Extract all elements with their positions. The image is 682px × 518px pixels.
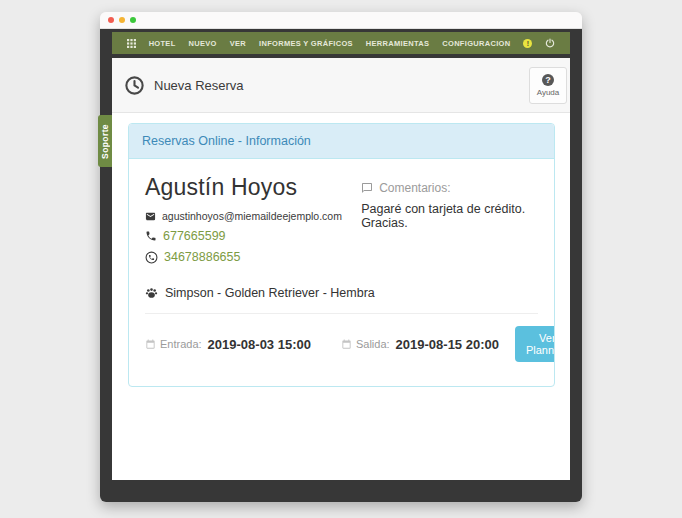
window-titlebar bbox=[100, 12, 582, 29]
checkout-value: 2019-08-15 20:00 bbox=[396, 337, 499, 352]
nav-item-hotel[interactable]: HOTEL bbox=[149, 39, 176, 48]
apps-grid-icon[interactable] bbox=[127, 39, 136, 48]
comments-label-row: Comentarios: bbox=[361, 181, 538, 195]
nav-item-configuracion[interactable]: CONFIGURACION bbox=[442, 39, 510, 48]
stay-dates-row: Entrada: 2019-08-03 15:00 Salida: 2019-0… bbox=[145, 326, 538, 362]
guest-whatsapp-row[interactable]: 34678886655 bbox=[145, 250, 361, 264]
guest-whatsapp[interactable]: 34678886655 bbox=[164, 250, 240, 264]
comments-text: Pagaré con tarjeta de crédito. Gracias. bbox=[361, 202, 538, 230]
page-header: Nueva Reserva ? Ayuda bbox=[112, 58, 570, 113]
app-content: Nueva Reserva ? Ayuda Reservas Online - … bbox=[112, 58, 570, 480]
checkin-value: 2019-08-03 15:00 bbox=[208, 337, 311, 352]
pet-info-row: Simpson - Golden Retriever - Hembra bbox=[145, 286, 538, 300]
power-icon[interactable] bbox=[545, 38, 555, 48]
phone-icon bbox=[145, 230, 157, 242]
close-window-button[interactable] bbox=[108, 17, 114, 23]
clock-icon bbox=[124, 75, 145, 96]
nav-item-informes-y-graficos[interactable]: INFORMES Y GRÁFICOS bbox=[259, 39, 353, 48]
support-tab[interactable]: Soporte bbox=[98, 115, 112, 167]
minimize-window-button[interactable] bbox=[119, 17, 125, 23]
support-tab-label: Soporte bbox=[100, 124, 110, 159]
maximize-window-button[interactable] bbox=[130, 17, 136, 23]
checkout-label: Salida: bbox=[356, 338, 390, 350]
help-button-label: Ayuda bbox=[537, 88, 560, 97]
calendar-icon bbox=[341, 339, 352, 350]
nav-item-nuevo[interactable]: NUEVO bbox=[189, 39, 217, 48]
window-frame: HOTEL NUEVO VER INFORMES Y GRÁFICOS HERR… bbox=[100, 29, 582, 502]
help-button[interactable]: ? Ayuda bbox=[529, 67, 567, 104]
divider bbox=[145, 313, 538, 314]
paw-icon bbox=[145, 287, 158, 300]
panel-body: Agustín Hoyos agustinhoyos@miemaildeejem… bbox=[129, 159, 554, 386]
ver-planning-button[interactable]: Ver Planning bbox=[515, 326, 555, 362]
question-circle-icon: ? bbox=[542, 74, 554, 86]
guest-email: agustinhoyos@miemaildeejemplo.com bbox=[162, 210, 342, 222]
comment-bubble-icon bbox=[361, 182, 373, 194]
alert-circle-icon[interactable]: ! bbox=[523, 39, 532, 48]
checkin-label: Entrada: bbox=[160, 338, 202, 350]
guest-email-row: agustinhoyos@miemaildeejemplo.com bbox=[145, 210, 361, 222]
browser-window: HOTEL NUEVO VER INFORMES Y GRÁFICOS HERR… bbox=[100, 12, 582, 502]
guest-name: Agustín Hoyos bbox=[145, 174, 361, 201]
guest-phone-row[interactable]: 677665599 bbox=[145, 229, 361, 243]
whatsapp-icon bbox=[145, 251, 158, 264]
checkout-group: Salida: 2019-08-15 20:00 bbox=[341, 337, 499, 352]
panel-heading: Reservas Online - Información bbox=[129, 124, 554, 159]
comments-label: Comentarios: bbox=[379, 181, 450, 195]
desktop-background: { "window": { "controls": {"close_color"… bbox=[0, 0, 682, 518]
nav-item-herramientas[interactable]: HERRAMIENTAS bbox=[366, 39, 429, 48]
checkin-group: Entrada: 2019-08-03 15:00 bbox=[145, 337, 311, 352]
nav-item-ver[interactable]: VER bbox=[230, 39, 246, 48]
guest-phone[interactable]: 677665599 bbox=[163, 229, 226, 243]
envelope-icon bbox=[145, 211, 156, 222]
calendar-icon bbox=[145, 339, 156, 350]
main-navbar: HOTEL NUEVO VER INFORMES Y GRÁFICOS HERR… bbox=[112, 32, 570, 54]
pet-info: Simpson - Golden Retriever - Hembra bbox=[165, 286, 375, 300]
reservation-info-panel: Reservas Online - Información Agustín Ho… bbox=[128, 123, 555, 387]
page-title: Nueva Reserva bbox=[154, 78, 244, 93]
